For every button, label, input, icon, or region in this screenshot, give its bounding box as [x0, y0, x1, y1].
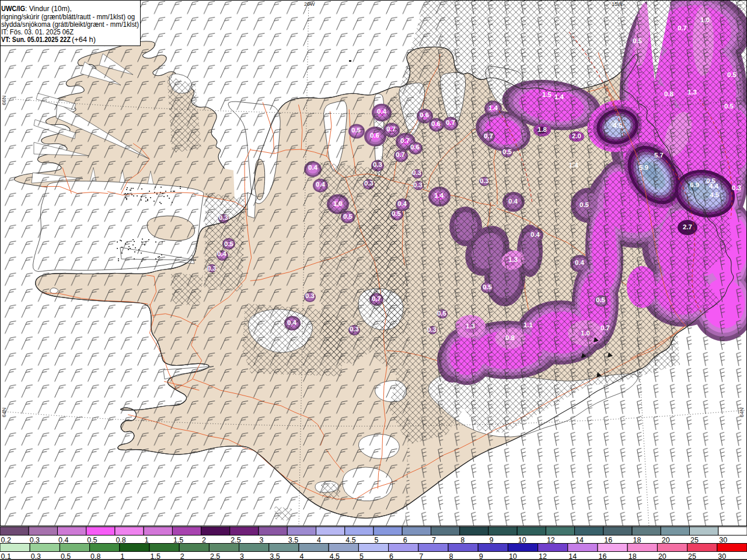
svg-text:16: 16	[604, 536, 612, 544]
svg-text:0.4: 0.4	[575, 259, 585, 266]
svg-text:6.9: 6.9	[690, 181, 699, 188]
svg-text:2: 2	[180, 552, 184, 560]
svg-text:12: 12	[539, 552, 547, 560]
svg-text:0.8: 0.8	[90, 552, 100, 560]
svg-text:0.3: 0.3	[31, 552, 41, 560]
svg-text:1.0: 1.0	[700, 16, 710, 23]
svg-text:30: 30	[719, 536, 727, 544]
svg-text:0.8: 0.8	[505, 334, 515, 341]
svg-text:1.4: 1.4	[434, 192, 444, 199]
svg-text:10: 10	[518, 536, 526, 544]
svg-text:3.5: 3.5	[288, 536, 298, 544]
svg-text:25: 25	[688, 552, 696, 560]
svg-text:0.3: 0.3	[350, 326, 359, 332]
svg-text:0.1: 0.1	[1, 552, 11, 560]
svg-text:0.6: 0.6	[370, 132, 379, 139]
svg-text:5: 5	[375, 536, 379, 544]
svg-text:2.0: 2.0	[572, 132, 581, 139]
svg-text:0.7: 0.7	[678, 24, 687, 32]
svg-text:1.5: 1.5	[151, 552, 160, 560]
svg-text:0.4: 0.4	[397, 200, 407, 207]
svg-text:0.8: 0.8	[116, 536, 125, 544]
svg-text:4.5: 4.5	[613, 122, 623, 129]
svg-text:0.5: 0.5	[437, 310, 447, 317]
svg-text:0.5: 0.5	[724, 103, 734, 110]
svg-text:0.7: 0.7	[601, 324, 610, 331]
svg-text:1.4: 1.4	[569, 162, 579, 169]
svg-text:5: 5	[359, 552, 364, 560]
svg-text:0.5: 0.5	[61, 552, 71, 560]
svg-text:14: 14	[568, 552, 577, 560]
svg-text:66N: 66N	[1, 96, 7, 106]
svg-text:1.3: 1.3	[466, 323, 475, 330]
svg-text:5.9: 5.9	[639, 164, 648, 171]
svg-text:1.5: 1.5	[542, 91, 552, 98]
svg-text:0.4: 0.4	[287, 319, 297, 326]
svg-text:8: 8	[449, 552, 453, 560]
svg-text:2.5: 2.5	[231, 536, 240, 544]
svg-text:9: 9	[489, 536, 493, 544]
svg-text:0.4: 0.4	[508, 198, 518, 205]
svg-text:0.4: 0.4	[316, 181, 326, 188]
svg-text:9: 9	[479, 552, 483, 560]
svg-text:0.3: 0.3	[373, 161, 382, 168]
svg-text:20: 20	[658, 552, 666, 560]
svg-text:0.4: 0.4	[217, 250, 227, 257]
svg-text:0.5: 0.5	[596, 296, 606, 303]
svg-text:0.7: 0.7	[400, 137, 410, 144]
svg-text:1.0: 1.0	[333, 200, 343, 207]
svg-text:64N: 64N	[739, 408, 745, 418]
svg-text:0.3: 0.3	[413, 181, 423, 188]
svg-text:0.7: 0.7	[386, 125, 396, 132]
svg-text:0.5: 0.5	[502, 148, 512, 155]
svg-text:0.3: 0.3	[207, 265, 217, 272]
svg-text:0.3: 0.3	[427, 326, 437, 333]
svg-text:20: 20	[662, 536, 670, 544]
svg-text:1: 1	[120, 552, 124, 560]
svg-text:0.4: 0.4	[377, 108, 387, 115]
svg-text:0.2: 0.2	[1, 536, 11, 544]
svg-text:2.7: 2.7	[683, 223, 692, 230]
svg-text:8: 8	[460, 536, 465, 544]
svg-text:20W: 20W	[304, 1, 315, 7]
svg-text:0.3: 0.3	[364, 180, 374, 187]
svg-text:VT: Sun. 05.01.2025 22Z: VT: Sun. 05.01.2025 22Z	[1, 35, 71, 44]
svg-text:64N: 64N	[1, 408, 7, 418]
svg-text:0.4: 0.4	[58, 536, 68, 544]
svg-text:0.5: 0.5	[633, 37, 643, 44]
svg-text:30: 30	[718, 552, 726, 560]
svg-text:12: 12	[547, 536, 555, 544]
svg-text:16: 16	[599, 552, 607, 560]
svg-text:0.7: 0.7	[372, 295, 381, 302]
svg-text:3.5: 3.5	[270, 552, 280, 560]
svg-text:7: 7	[432, 536, 436, 544]
svg-text:0.5: 0.5	[343, 213, 353, 220]
svg-text:15W: 15W	[612, 1, 623, 7]
svg-text:10: 10	[509, 552, 517, 560]
svg-text:18: 18	[629, 552, 637, 560]
svg-text:18: 18	[633, 536, 641, 544]
svg-text:0.5: 0.5	[87, 536, 97, 544]
svg-text:0.4: 0.4	[308, 164, 318, 171]
svg-text:0.5: 0.5	[483, 284, 493, 290]
svg-text:0.6: 0.6	[431, 120, 441, 127]
svg-text:0.3: 0.3	[412, 169, 421, 176]
svg-text:1.5: 1.5	[173, 536, 183, 544]
svg-text:3: 3	[260, 536, 264, 544]
svg-text:14: 14	[575, 536, 584, 544]
svg-text:0.5: 0.5	[580, 201, 589, 208]
svg-text:4: 4	[300, 552, 304, 560]
svg-text:0.5: 0.5	[224, 240, 234, 247]
svg-text:1.3: 1.3	[508, 256, 518, 263]
svg-text:0.7: 0.7	[484, 132, 493, 139]
svg-text:0.5: 0.5	[351, 127, 361, 134]
svg-text:2.5: 2.5	[210, 552, 220, 560]
svg-text:1: 1	[145, 536, 149, 544]
svg-text:0.3: 0.3	[480, 177, 489, 184]
svg-text:0.3: 0.3	[30, 536, 40, 544]
svg-text:0.5: 0.5	[727, 71, 737, 78]
svg-text:0.3: 0.3	[732, 184, 741, 191]
svg-text:0.6: 0.6	[410, 144, 420, 150]
svg-text:4.5: 4.5	[330, 552, 340, 560]
svg-text:3: 3	[240, 552, 244, 560]
